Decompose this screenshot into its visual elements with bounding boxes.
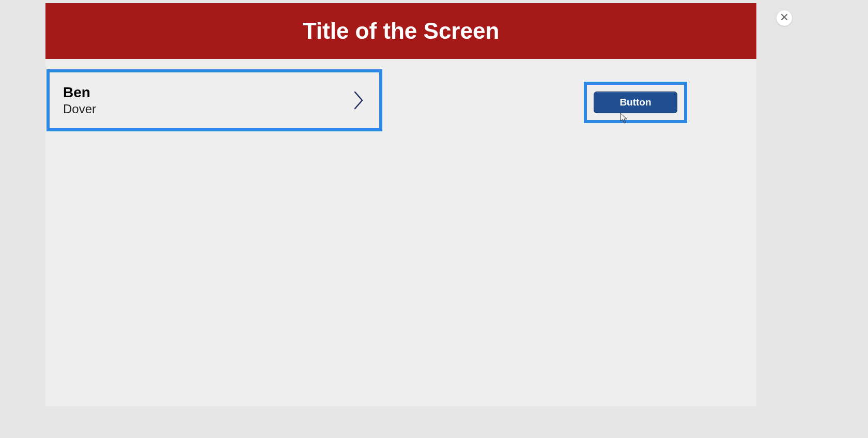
close-button[interactable]	[777, 10, 792, 26]
content-area: Ben Dover Button	[45, 59, 756, 142]
list-item[interactable]: Ben Dover	[47, 69, 382, 131]
close-icon	[781, 13, 788, 23]
button-highlight-frame: Button	[584, 82, 687, 123]
screen-title: Title of the Screen	[303, 18, 500, 44]
action-button-label: Button	[619, 97, 651, 108]
action-button[interactable]: Button	[594, 92, 677, 113]
list-item-text: Ben Dover	[63, 84, 96, 116]
title-bar: Title of the Screen	[45, 3, 756, 59]
list-item-primary: Ben	[63, 84, 96, 101]
chevron-right-icon	[352, 90, 366, 111]
main-panel: Title of the Screen Ben Dover Button	[45, 3, 756, 406]
list-item-secondary: Dover	[63, 102, 96, 116]
